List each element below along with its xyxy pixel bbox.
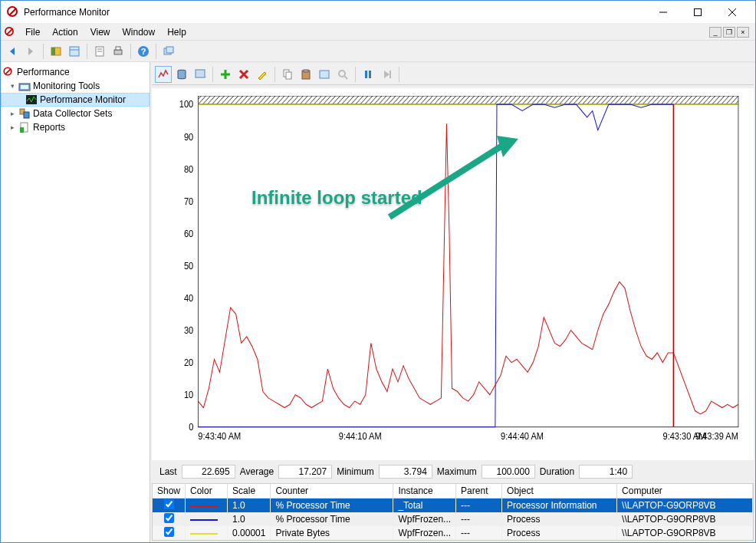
table-row[interactable]: 1.0% Processor TimeWpfFrozen...---Proces…	[153, 512, 753, 526]
cell-parent: ---	[456, 512, 502, 526]
highlight-button[interactable]	[254, 66, 271, 83]
col-show[interactable]: Show	[153, 484, 186, 499]
export-button[interactable]	[91, 43, 108, 60]
tree-label: Monitoring Tools	[33, 81, 100, 91]
change-graph-type-button[interactable]: ▼	[192, 66, 209, 83]
update-button[interactable]	[378, 66, 395, 83]
menu-file[interactable]: File	[19, 25, 46, 39]
svg-text:80: 80	[184, 163, 194, 174]
mdi-restore-button[interactable]: ❐	[723, 27, 735, 38]
svg-text:▼: ▼	[205, 75, 206, 81]
svg-rect-23	[20, 127, 24, 133]
cell-computer: \\LAPTOP-G9ORP8VB	[617, 499, 753, 513]
help-button[interactable]: ?	[135, 43, 152, 60]
tree-root-performance[interactable]: Performance	[1, 65, 150, 79]
cell-parent: ---	[456, 526, 502, 540]
svg-line-36	[344, 76, 347, 79]
tree-monitoring-tools[interactable]: ▾ Monitoring Tools	[1, 79, 150, 93]
svg-text:9:43:39 AM: 9:43:39 AM	[695, 431, 738, 442]
minimum-value: 3.794	[379, 465, 432, 479]
properties-button[interactable]	[66, 43, 83, 60]
svg-rect-34	[320, 71, 329, 78]
show-checkbox[interactable]	[164, 527, 174, 537]
print-button[interactable]	[110, 43, 127, 60]
performance-chart[interactable]: 0102030405060708090100 9:43:40 AM 9:44:1…	[152, 88, 754, 460]
tree-label: Performance	[17, 67, 70, 77]
svg-text:0: 0	[189, 422, 194, 433]
col-object[interactable]: Object	[502, 484, 617, 499]
app-icon	[7, 6, 19, 18]
mdi-close-button[interactable]: ×	[737, 27, 749, 38]
svg-rect-18	[21, 85, 28, 89]
svg-rect-1	[694, 8, 701, 15]
maximize-button[interactable]	[680, 2, 715, 23]
properties-counter-button[interactable]	[316, 66, 333, 83]
show-hide-tree-button[interactable]	[48, 43, 64, 60]
svg-rect-6	[70, 47, 79, 56]
show-checkbox[interactable]	[164, 499, 174, 509]
color-swatch	[190, 505, 218, 507]
mdi-app-icon	[4, 26, 16, 38]
cell-instance: WpfFrozen...	[393, 512, 456, 526]
show-checkbox[interactable]	[164, 513, 174, 523]
tree-label: Data Collector Sets	[33, 108, 112, 119]
last-label: Last	[159, 466, 177, 477]
expand-icon[interactable]: ▸	[8, 110, 17, 118]
svg-line-60	[390, 144, 505, 217]
menu-window[interactable]: Window	[117, 25, 162, 39]
cell-computer: \\LAPTOP-G9ORP8VB	[617, 512, 753, 526]
svg-text:100: 100	[179, 99, 194, 110]
svg-rect-31	[286, 72, 291, 79]
stats-bar: Last 22.695 Average 17.207 Minimum 3.794…	[152, 462, 754, 482]
table-row[interactable]: 1.0% Processor Time_Total---Processor In…	[153, 499, 753, 513]
cell-object: Process	[502, 512, 617, 526]
cell-scale: 0.00001	[228, 526, 271, 540]
mdi-minimize-button[interactable]: _	[709, 27, 721, 38]
col-scale[interactable]: Scale	[228, 484, 271, 499]
menu-action[interactable]: Action	[46, 25, 84, 39]
col-parent[interactable]: Parent	[456, 484, 502, 499]
color-swatch	[190, 519, 218, 521]
col-computer[interactable]: Computer	[617, 484, 753, 499]
menu-help[interactable]: Help	[161, 25, 192, 39]
cell-scale: 1.0	[228, 512, 271, 526]
freeze-button[interactable]	[360, 66, 376, 83]
svg-text:10: 10	[184, 390, 194, 400]
cell-instance: WpfFrozen...	[393, 526, 456, 540]
add-counter-button[interactable]	[217, 66, 234, 83]
tree-data-collector-sets[interactable]: ▸ Data Collector Sets	[1, 107, 150, 120]
view-current-button[interactable]	[155, 66, 172, 83]
svg-marker-61	[497, 136, 518, 157]
svg-point-35	[339, 71, 345, 77]
svg-text:30: 30	[184, 324, 194, 335]
duration-value: 1:40	[579, 465, 633, 479]
counters-table[interactable]: Show Color Scale Counter Instance Parent…	[152, 483, 754, 541]
svg-rect-41	[198, 96, 738, 104]
paste-button[interactable]	[297, 66, 314, 83]
last-value: 22.695	[182, 465, 235, 479]
table-row[interactable]: 0.00001Private BytesWpfFrozen...---Proce…	[153, 526, 753, 540]
tree-performance-monitor[interactable]: Performance Monitor	[1, 93, 150, 107]
tree-reports[interactable]: ▸ Reports	[1, 120, 150, 134]
new-window-button[interactable]	[160, 43, 177, 60]
navigation-tree[interactable]: Performance ▾ Monitoring Tools Performan…	[1, 62, 150, 542]
col-instance[interactable]: Instance	[393, 484, 456, 499]
collapse-icon[interactable]: ▾	[8, 82, 17, 90]
expand-icon[interactable]: ▸	[8, 123, 17, 132]
forward-button[interactable]	[22, 43, 39, 60]
close-button[interactable]	[715, 2, 749, 23]
cell-object: Process	[502, 526, 617, 540]
svg-text:?: ?	[141, 47, 146, 56]
zoom-button[interactable]	[334, 66, 351, 83]
view-log-button[interactable]	[173, 66, 190, 83]
back-button[interactable]	[4, 43, 21, 60]
menu-view[interactable]: View	[84, 25, 117, 39]
minimize-button[interactable]	[646, 2, 680, 23]
copy-button[interactable]	[279, 66, 296, 83]
col-color[interactable]: Color	[186, 484, 228, 499]
col-counter[interactable]: Counter	[271, 484, 393, 499]
svg-rect-24	[196, 70, 205, 77]
window-title: Performance Monitor	[24, 7, 646, 18]
delete-counter-button[interactable]	[235, 66, 252, 83]
svg-rect-33	[304, 70, 308, 72]
